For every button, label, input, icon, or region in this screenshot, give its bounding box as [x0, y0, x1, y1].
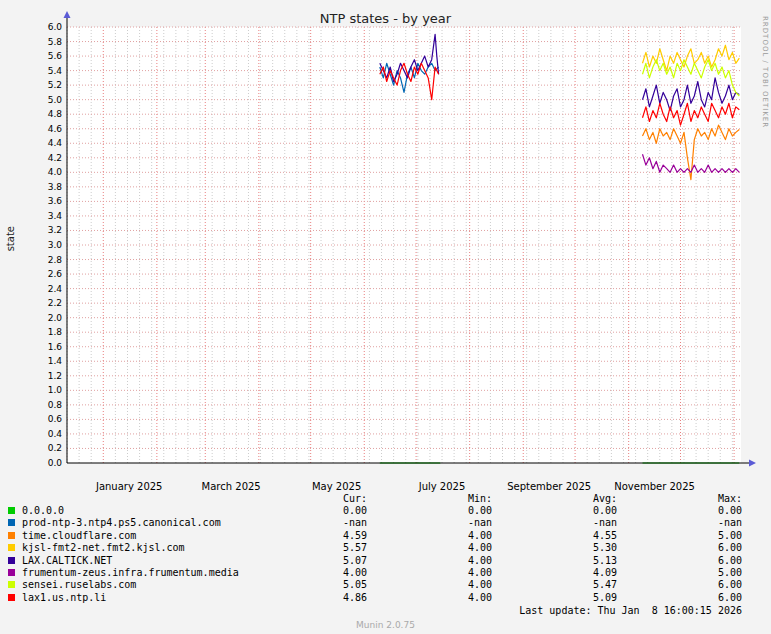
x-tick-label: January 2025 — [95, 481, 163, 492]
x-tick-label: September 2025 — [507, 481, 591, 492]
legend-label: prod-ntp-3.ntp4.ps5.canonical.com — [22, 517, 221, 528]
legend-label: kjsl-fmt2-net.fmt2.kjsl.com — [22, 542, 185, 553]
legend-label: time.cloudflare.com — [22, 530, 136, 541]
legend-header-avg: Avg: — [500, 493, 617, 504]
legend-value-cur: 4.00 — [250, 567, 367, 578]
legend-swatch — [8, 569, 15, 576]
y-tick-label: 1.6 — [48, 342, 63, 352]
y-tick-label: 1.8 — [48, 327, 63, 337]
legend-value-cur: 5.05 — [250, 579, 367, 590]
legend-value-min: 4.00 — [375, 530, 492, 541]
legend-value-min: 4.00 — [375, 579, 492, 590]
legend-value-avg: 5.09 — [500, 592, 617, 603]
legend-rows: 0.0.0.00.000.000.000.00prod-ntp-3.ntp4.p… — [0, 505, 771, 604]
legend-header-min: Min: — [375, 493, 492, 504]
legend-swatch — [8, 519, 15, 526]
legend-value-min: 4.00 — [375, 567, 492, 578]
legend-row: 0.0.0.00.000.000.000.00 — [0, 505, 771, 517]
y-tick-label: 2.4 — [48, 284, 63, 294]
x-axis-arrow — [749, 460, 756, 467]
y-tick-label: 4.2 — [48, 153, 62, 163]
legend-swatch — [8, 594, 15, 601]
legend-swatch — [8, 544, 15, 551]
x-tick-label: July 2025 — [418, 481, 466, 492]
y-tick-label: 2.0 — [48, 313, 63, 323]
legend-value-min: 4.00 — [375, 592, 492, 603]
legend-row: time.cloudflare.com4.594.004.555.00 — [0, 530, 771, 542]
legend-value-max: -nan — [625, 517, 742, 528]
y-tick-label: 3.4 — [48, 211, 63, 221]
legend-header-max: Max: — [625, 493, 742, 504]
y-tick-label: 4.4 — [48, 138, 63, 148]
legend-value-avg: -nan — [500, 517, 617, 528]
y-tick-label: 0.0 — [48, 458, 63, 468]
last-update: Last update: Thu Jan 8 16:00:15 2026 — [0, 605, 742, 616]
y-tick-label: 5.8 — [48, 37, 63, 47]
y-tick-label: 0.8 — [48, 400, 63, 410]
y-tick-label: 3.8 — [48, 182, 63, 192]
y-tick-label: 3.0 — [48, 240, 63, 250]
legend-label: frumentum-zeus.infra.frumentum.media — [22, 567, 239, 578]
legend-value-avg: 4.09 — [500, 567, 617, 578]
y-tick-label: 5.0 — [48, 95, 63, 105]
legend-row: kjsl-fmt2-net.fmt2.kjsl.com5.574.005.306… — [0, 542, 771, 554]
legend-swatch — [8, 532, 15, 539]
legend-value-max: 6.00 — [625, 542, 742, 553]
legend-label: 0.0.0.0 — [22, 505, 64, 516]
legend-swatch — [8, 581, 15, 588]
legend-value-max: 5.00 — [625, 530, 742, 541]
x-tick-label: March 2025 — [202, 481, 261, 492]
legend-header-cur: Cur: — [250, 493, 367, 504]
y-tick-label: 3.6 — [48, 196, 63, 206]
legend-row: sensei.ruselabs.com5.054.005.476.00 — [0, 579, 771, 591]
legend-label: lax1.us.ntp.li — [22, 592, 106, 603]
munin-version: Munin 2.0.75 — [0, 620, 771, 630]
y-tick-label: 6.0 — [48, 22, 63, 32]
legend-value-avg: 5.13 — [500, 555, 617, 566]
legend-row: frumentum-zeus.infra.frumentum.media4.00… — [0, 567, 771, 579]
legend-swatch — [8, 557, 15, 564]
y-tick-label: 0.6 — [48, 414, 63, 424]
x-tick-label: May 2025 — [312, 481, 361, 492]
legend-value-cur: 4.86 — [250, 592, 367, 603]
y-tick-label: 4.0 — [48, 167, 63, 177]
legend-header: Cur: Min: Avg: Max: — [0, 493, 771, 505]
legend-value-max: 5.00 — [625, 567, 742, 578]
legend-value-max: 6.00 — [625, 579, 742, 590]
y-axis-arrow — [64, 11, 71, 18]
y-tick-label: 0.2 — [48, 443, 62, 453]
legend-label: sensei.ruselabs.com — [22, 579, 136, 590]
legend-value-avg: 5.30 — [500, 542, 617, 553]
munin-ntp-states-graph: NTP states - by year state RRDTOOL / TOB… — [0, 0, 771, 634]
legend: Cur: Min: Avg: Max: 0.0.0.00.000.000.000… — [0, 493, 771, 604]
x-tick-label: November 2025 — [614, 481, 695, 492]
y-tick-label: 5.2 — [48, 80, 62, 90]
y-tick-label: 2.8 — [48, 255, 63, 265]
y-tick-label: 1.4 — [48, 356, 63, 366]
legend-value-avg: 4.55 — [500, 530, 617, 541]
legend-value-cur: 0.00 — [250, 505, 367, 516]
y-tick-label: 5.6 — [48, 51, 63, 61]
legend-value-cur: -nan — [250, 517, 367, 528]
legend-row: LAX.CALTICK.NET5.074.005.136.00 — [0, 555, 771, 567]
legend-row: lax1.us.ntp.li4.864.005.096.00 — [0, 592, 771, 604]
legend-row: prod-ntp-3.ntp4.ps5.canonical.com-nan-na… — [0, 517, 771, 529]
y-tick-label: 1.0 — [48, 385, 63, 395]
legend-label: LAX.CALTICK.NET — [22, 555, 112, 566]
legend-value-max: 6.00 — [625, 555, 742, 566]
chart-plot: 0.00.20.40.60.81.01.21.41.61.82.02.22.42… — [0, 0, 771, 494]
legend-value-avg: 0.00 — [500, 505, 617, 516]
y-tick-label: 4.6 — [48, 124, 63, 134]
y-tick-label: 0.4 — [48, 429, 63, 439]
legend-value-cur: 5.57 — [250, 542, 367, 553]
legend-value-cur: 5.07 — [250, 555, 367, 566]
y-tick-label: 5.4 — [48, 66, 63, 76]
legend-value-min: 4.00 — [375, 542, 492, 553]
legend-swatch — [8, 507, 15, 514]
y-tick-label: 2.6 — [48, 269, 63, 279]
legend-value-min: 4.00 — [375, 555, 492, 566]
y-tick-label: 1.2 — [48, 371, 62, 381]
legend-value-min: 0.00 — [375, 505, 492, 516]
legend-value-max: 6.00 — [625, 592, 742, 603]
legend-value-cur: 4.59 — [250, 530, 367, 541]
